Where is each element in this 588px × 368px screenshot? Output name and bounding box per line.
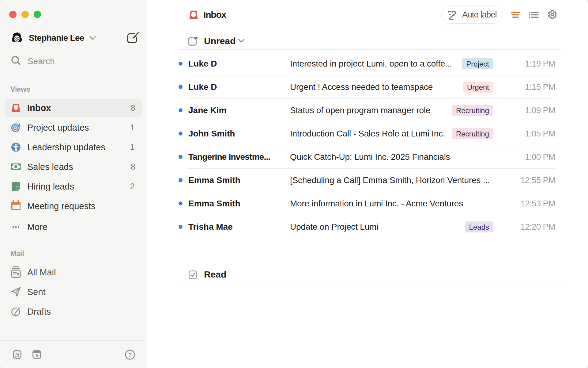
svg-text:?: ?: [128, 351, 132, 358]
svg-text:6: 6: [36, 353, 38, 358]
svg-text:N: N: [15, 351, 19, 358]
